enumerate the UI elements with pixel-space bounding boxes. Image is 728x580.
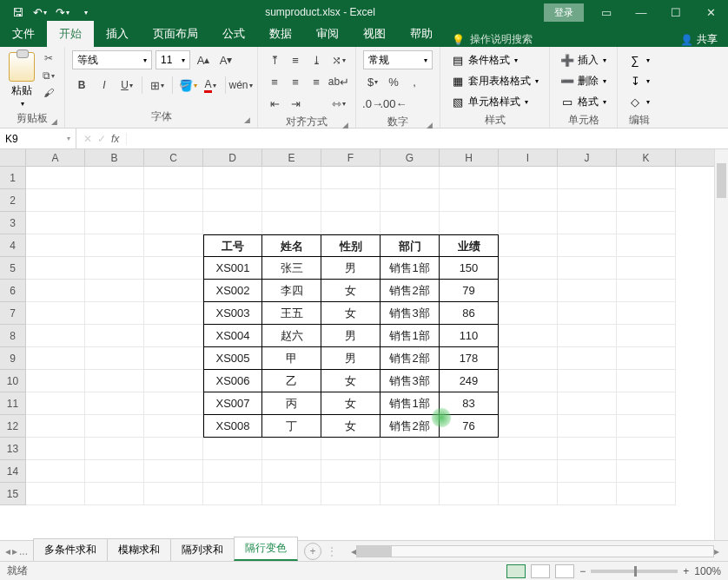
col-header-C[interactable]: C xyxy=(144,149,203,166)
cell[interactable]: 销售2部 xyxy=(381,415,440,438)
cell[interactable] xyxy=(203,212,262,234)
sheet-nav-prev-icon[interactable]: ◂ xyxy=(5,545,10,557)
cell[interactable] xyxy=(321,438,381,460)
cell[interactable] xyxy=(558,280,617,302)
merge-center-icon[interactable]: ⇿▾ xyxy=(329,94,348,113)
cell[interactable]: XS003 xyxy=(203,302,262,325)
cell[interactable]: XS008 xyxy=(203,415,262,438)
cell[interactable]: 销售1部 xyxy=(381,392,440,415)
cell[interactable] xyxy=(26,347,85,370)
cell[interactable]: XS005 xyxy=(203,347,262,370)
cell[interactable] xyxy=(381,438,440,460)
fill-button[interactable]: ↧▾ xyxy=(625,71,653,90)
ribbon-options-icon[interactable]: ▭ xyxy=(589,0,624,24)
cell[interactable] xyxy=(617,280,676,302)
cell[interactable] xyxy=(26,280,85,302)
wrap-text-icon[interactable]: ab↵ xyxy=(329,72,348,91)
cell[interactable] xyxy=(440,189,499,212)
tab-file[interactable]: 文件 xyxy=(0,21,47,47)
dialog-launcher-icon[interactable]: ◢ xyxy=(427,121,433,129)
number-format-select[interactable]: 常规▾ xyxy=(363,50,433,69)
cell[interactable] xyxy=(85,392,144,415)
cell[interactable] xyxy=(499,347,558,370)
format-painter-icon[interactable]: 🖌 xyxy=(40,85,57,101)
italic-button[interactable]: I xyxy=(95,76,114,95)
align-middle-icon[interactable]: ≡ xyxy=(286,50,305,69)
row-header[interactable]: 7 xyxy=(0,302,26,325)
cell[interactable] xyxy=(144,302,203,325)
cell[interactable] xyxy=(499,167,558,189)
font-color-button[interactable]: A▾ xyxy=(201,76,220,95)
login-button[interactable]: 登录 xyxy=(544,3,584,22)
cell[interactable] xyxy=(321,212,381,234)
cell[interactable]: 女 xyxy=(321,302,381,325)
cell[interactable]: 销售2部 xyxy=(381,280,440,302)
cell[interactable] xyxy=(144,460,203,483)
zoom-in-icon[interactable]: + xyxy=(683,565,689,577)
clear-button[interactable]: ◇▾ xyxy=(625,92,653,111)
cell[interactable]: 女 xyxy=(321,280,381,302)
cell[interactable] xyxy=(203,189,262,212)
zoom-slider[interactable] xyxy=(591,570,678,573)
cell[interactable] xyxy=(558,212,617,234)
copy-icon[interactable]: ⧉▾ xyxy=(40,68,57,83)
cell[interactable]: 销售3部 xyxy=(381,302,440,325)
sheet-nav-next-icon[interactable]: ▸ xyxy=(12,545,17,557)
cell[interactable]: XS002 xyxy=(203,280,262,302)
row-header[interactable]: 3 xyxy=(0,212,26,234)
cell[interactable]: 甲 xyxy=(262,347,321,370)
cell[interactable] xyxy=(26,257,85,280)
cell[interactable] xyxy=(321,167,381,189)
insert-cells-button[interactable]: ➕插入▾ xyxy=(557,50,610,69)
cell[interactable] xyxy=(499,483,558,505)
cell[interactable] xyxy=(381,167,440,189)
font-name-select[interactable]: 等线▾ xyxy=(72,50,152,69)
cell[interactable] xyxy=(203,438,262,460)
horizontal-scrollbar[interactable]: ◂▸ xyxy=(351,545,719,557)
cell[interactable] xyxy=(321,189,381,212)
cell[interactable] xyxy=(144,234,203,257)
col-header-H[interactable]: H xyxy=(440,149,499,166)
cell[interactable] xyxy=(144,189,203,212)
autosum-button[interactable]: ∑▾ xyxy=(625,50,653,69)
cell[interactable] xyxy=(499,438,558,460)
cell[interactable] xyxy=(262,212,321,234)
dialog-launcher-icon[interactable]: ◢ xyxy=(244,115,250,124)
vertical-scrollbar[interactable] xyxy=(714,149,728,540)
redo-icon[interactable]: ↷▾ xyxy=(52,2,73,23)
cell[interactable] xyxy=(262,189,321,212)
cell[interactable] xyxy=(558,234,617,257)
cell[interactable] xyxy=(85,347,144,370)
cell[interactable] xyxy=(26,460,85,483)
row-header[interactable]: 13 xyxy=(0,438,26,460)
cell[interactable] xyxy=(558,370,617,392)
view-normal-icon[interactable] xyxy=(506,564,526,578)
fill-color-button[interactable]: 🪣▾ xyxy=(178,76,197,95)
cell[interactable]: XS006 xyxy=(203,370,262,392)
cell[interactable]: 女 xyxy=(321,370,381,392)
cell[interactable]: 丁 xyxy=(262,415,321,438)
minimize-icon[interactable]: — xyxy=(624,0,659,24)
cell[interactable] xyxy=(144,415,203,438)
col-header-J[interactable]: J xyxy=(558,149,617,166)
cell[interactable] xyxy=(558,460,617,483)
decrease-indent-icon[interactable]: ⇤ xyxy=(265,94,284,113)
align-left-icon[interactable]: ≡ xyxy=(265,72,284,91)
row-header[interactable]: 11 xyxy=(0,392,26,415)
cell[interactable]: 销售3部 xyxy=(381,370,440,392)
qat-more-icon[interactable]: ▾ xyxy=(76,2,96,23)
sheet-nav-more[interactable]: ... xyxy=(19,545,28,557)
font-size-select[interactable]: 11▾ xyxy=(156,50,190,69)
cell[interactable] xyxy=(381,460,440,483)
cell[interactable] xyxy=(262,460,321,483)
cell[interactable] xyxy=(26,438,85,460)
format-cells-button[interactable]: ▭格式▾ xyxy=(557,92,610,111)
cell[interactable] xyxy=(558,302,617,325)
dialog-launcher-icon[interactable]: ◢ xyxy=(51,117,57,126)
cell[interactable] xyxy=(617,370,676,392)
row-header[interactable]: 1 xyxy=(0,167,26,189)
sheet-tab[interactable]: 模糊求和 xyxy=(107,538,171,561)
dialog-launcher-icon[interactable]: ◢ xyxy=(342,121,348,129)
tell-me[interactable]: 💡操作说明搜索 xyxy=(452,32,533,47)
col-header-F[interactable]: F xyxy=(321,149,381,166)
